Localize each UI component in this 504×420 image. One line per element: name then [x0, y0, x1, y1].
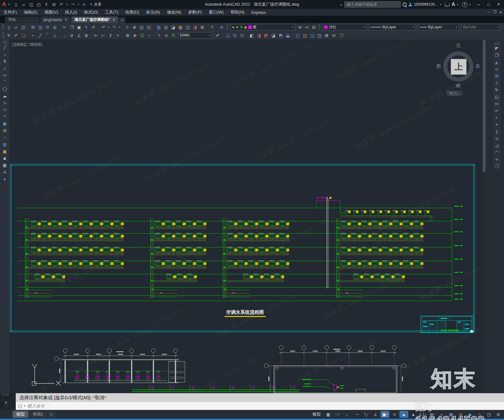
qsave-icon[interactable]: ◫	[20, 24, 27, 30]
pan-icon[interactable]: ⊹	[124, 24, 131, 30]
scrollbar-thumb[interactable]	[483, 40, 486, 172]
save-ref-icon[interactable]: ❒	[338, 32, 345, 38]
block-edit-icon[interactable]: ⬒	[277, 32, 284, 38]
logo-caret-icon[interactable]: ▾	[8, 3, 11, 6]
dim-inspect-icon[interactable]: ☑	[139, 32, 146, 38]
status-object-snap-tracking-icon[interactable]: ∠	[371, 411, 380, 418]
status-graphics-performance-icon[interactable]: ◆	[466, 411, 474, 418]
doc-close-button[interactable]: ×	[500, 10, 502, 15]
menu-标注N[interactable]: 标注(N)	[143, 9, 163, 16]
insert-block-icon[interactable]: ▣	[1, 120, 9, 127]
fillet-icon[interactable]: ◠	[493, 149, 501, 156]
publish-icon[interactable]: ⧉	[44, 24, 51, 30]
status-lineweight-display-icon[interactable]: ≡	[390, 411, 399, 418]
search-input[interactable]: 键入关键字或短语	[344, 1, 401, 8]
menu-视图V[interactable]: 视图(V)	[41, 9, 61, 16]
lineweight-combo[interactable]: ByLayer ∨	[418, 24, 459, 31]
dim-angular-icon[interactable]: ∠	[76, 32, 83, 38]
workspace-switching-caret-icon[interactable]: ▾	[433, 413, 435, 416]
autodesk-app-caret-icon[interactable]: ▾	[457, 3, 460, 6]
status-isolate-objects-icon[interactable]: ◎	[456, 411, 465, 418]
redo-icon[interactable]: ↷	[111, 24, 117, 30]
ellipse-icon[interactable]: ⬭	[1, 106, 9, 113]
new-tab-button[interactable]: +	[119, 17, 125, 23]
xref-open-icon[interactable]: ❏	[224, 32, 231, 38]
new-file-icon[interactable]: ▯	[13, 1, 20, 8]
adjust-icon[interactable]: ⊠	[323, 32, 330, 38]
command-input[interactable]: 键入命令	[27, 403, 45, 409]
open-icon[interactable]: ▱	[13, 24, 20, 30]
command-customize-icon[interactable]: ⚙	[4, 403, 8, 408]
share-label[interactable]: 共享	[94, 2, 101, 7]
move-icon[interactable]: ⊹	[493, 80, 501, 86]
etransmit-icon[interactable]: ◍	[51, 24, 58, 30]
block-editor-icon[interactable]: ✐	[90, 24, 97, 30]
toolbar-grip[interactable]	[2, 32, 4, 38]
dim-jog-icon[interactable]: ~	[146, 32, 153, 38]
command-history[interactable]: 选择注释对象或 [放弃(U)/模式(M)]: *取消*	[0, 393, 504, 402]
break-at-point-icon[interactable]: ×	[493, 121, 501, 128]
redo-caret-icon[interactable]: ▾	[77, 1, 80, 8]
clip-icon[interactable]: ◲	[309, 32, 316, 38]
dim-center-icon[interactable]: ⊕	[131, 32, 138, 38]
array-icon[interactable]: ⊞	[493, 73, 501, 79]
vertical-scrollbar[interactable]	[482, 39, 486, 393]
infocenter-toggle-icon[interactable]: ▸	[341, 3, 342, 6]
point-style-icon[interactable]: ●	[1, 176, 9, 182]
search-icon[interactable]	[403, 3, 407, 7]
dim-quick-icon[interactable]: ≷	[83, 32, 90, 38]
help-icon[interactable]: ?	[209, 24, 215, 30]
app-store-cart-icon[interactable]	[445, 3, 450, 6]
tool-palettes-icon[interactable]: ▧	[177, 24, 184, 30]
match-props-icon[interactable]: ✎	[83, 24, 90, 30]
construction-line-icon[interactable]: ↔	[1, 51, 9, 58]
dim-assoc-icon[interactable]: ❏	[20, 32, 27, 38]
point-icon[interactable]: ∴	[1, 134, 9, 141]
zoom-window-icon[interactable]: ◱	[138, 24, 145, 30]
hatch-icon[interactable]: ▨	[1, 141, 9, 148]
polygon-icon[interactable]: ⌂	[1, 65, 9, 72]
dim-apply-icon[interactable]: ✐	[214, 32, 221, 38]
command-window-grip[interactable]: ⠿⠿⠿	[2, 393, 9, 396]
save-icon[interactable]: ◫	[28, 1, 35, 8]
qnew-icon[interactable]: ▯	[5, 24, 12, 30]
open-file-icon[interactable]: ▱	[20, 1, 27, 8]
model-space-button[interactable]: 模型	[310, 411, 323, 418]
viewport-controls[interactable]: [-][俯视][二维线框]	[12, 42, 42, 47]
object-snap-caret-icon[interactable]: ▾	[387, 413, 388, 416]
account-caret-icon[interactable]: ▾	[440, 3, 443, 6]
doc-restore-button[interactable]: ❐	[493, 10, 496, 15]
command-input-row[interactable]: ▢ ▾ 键入命令	[0, 402, 504, 410]
arc-icon[interactable]: ⌒	[1, 79, 9, 85]
scale-icon[interactable]: ◱	[493, 94, 501, 100]
maximize-button[interactable]: □	[484, 1, 493, 8]
polyline-icon[interactable]: ↯	[1, 58, 9, 65]
doc-minimize-button[interactable]: ─	[487, 10, 490, 15]
break-icon[interactable]: ∤	[493, 128, 501, 135]
quick-calc-icon[interactable]: ⊞	[199, 24, 206, 30]
mtext-icon[interactable]: A	[1, 169, 9, 175]
redo-caret-icon[interactable]: ▾	[118, 24, 121, 30]
snap-caret-icon[interactable]: ▾	[339, 413, 340, 416]
viewcube-top-face[interactable]: 上	[451, 59, 467, 75]
markup-icon[interactable]: ◨	[192, 24, 198, 30]
menu-插入I[interactable]: 插入(I)	[61, 9, 80, 16]
layout-tab-模型[interactable]: 模型	[13, 411, 28, 418]
menu-帮助H[interactable]: 帮助(H)	[227, 9, 248, 16]
rotate-icon[interactable]: ↻	[493, 87, 501, 93]
revision-cloud-icon[interactable]: ☁	[1, 93, 9, 99]
undo-icon[interactable]: ↶	[100, 24, 107, 30]
plot-preview-icon[interactable]: ◲	[37, 24, 44, 30]
menu-修改M[interactable]: 修改(M)	[163, 9, 185, 16]
status-annotation-warning-icon[interactable]: △	[475, 411, 484, 418]
dim-arclength-icon[interactable]: ⌒	[44, 32, 51, 38]
menu-Express[interactable]: Express	[248, 9, 270, 16]
menu-文件F[interactable]: 文件(F)	[0, 9, 20, 16]
help-caret-icon[interactable]: ▾	[469, 3, 472, 6]
rectangle-icon[interactable]: ▭	[1, 72, 9, 78]
make-block-icon[interactable]: ⊞	[1, 127, 9, 134]
status-grid-icon[interactable]: ▦	[324, 411, 333, 418]
save-as-icon[interactable]: ◰	[35, 1, 42, 8]
refedit-remove-icon[interactable]: ◨	[255, 32, 262, 38]
dim-diameter-icon[interactable]: ⊘	[68, 32, 75, 38]
